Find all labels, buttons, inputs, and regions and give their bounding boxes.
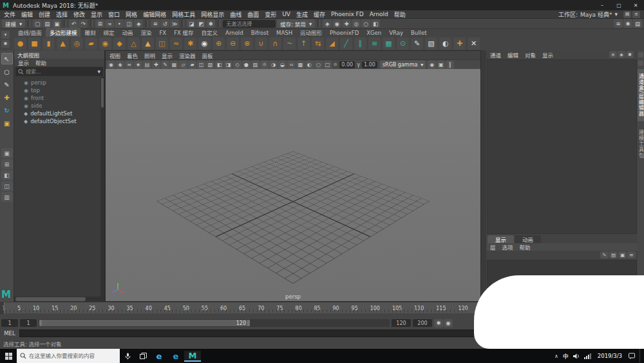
combine-icon[interactable]: ⊕ (213, 37, 225, 50)
menubar-item[interactable]: 选择 (56, 10, 68, 19)
outliner-search[interactable]: ▾ (15, 67, 103, 76)
gamma-field[interactable]: 1.00 (362, 61, 377, 68)
render-frame-icon[interactable]: ◪ (187, 19, 196, 28)
menubar-item[interactable]: Phoenix FD (331, 11, 364, 17)
open-scene-icon[interactable]: ▤ (43, 19, 52, 28)
viewport-menu-item[interactable]: 视图 (109, 52, 120, 59)
poly-pyramid-icon[interactable]: △ (128, 37, 140, 50)
shelf-menu-icon[interactable]: ▾ (1, 31, 10, 39)
close-button[interactable]: ✕ (627, 0, 644, 10)
poly-sphere-icon[interactable]: ● (14, 37, 26, 50)
poly-disc-icon[interactable]: ◉ (99, 37, 111, 50)
shelf-tab[interactable]: FX 缓存 (170, 28, 197, 37)
platonic-solid-icon[interactable]: ◆ (113, 37, 126, 50)
extract-icon[interactable]: ⊗ (241, 37, 253, 50)
menubar-item[interactable]: 曲面 (247, 10, 259, 19)
playback-start-field[interactable]: 1 (1, 319, 18, 327)
camera-based-selection-icon[interactable]: ◎ (352, 19, 361, 28)
quad-draw-icon[interactable]: ▦ (383, 37, 395, 50)
channelbox-menu-item[interactable]: 编辑 (507, 51, 518, 59)
exposure-field[interactable]: 0.00 (339, 61, 355, 68)
shelf-tab[interactable]: Arnold (222, 29, 247, 37)
taskbar-search-box[interactable] (17, 349, 120, 363)
menubar-item[interactable]: 修改 (73, 10, 85, 19)
command-line-input[interactable] (19, 329, 535, 337)
cache-status-select[interactable]: 缓存: 禁用 ▾ (277, 19, 315, 28)
playback-end-field[interactable]: 200 (413, 319, 432, 327)
xray-icon[interactable]: □ (323, 61, 332, 69)
range-slider-bar[interactable]: 120 (39, 320, 250, 326)
grease-pencil-icon[interactable]: ✎ (161, 61, 169, 69)
ie-icon[interactable]: e (167, 351, 184, 361)
hypershade-layout[interactable]: ▥ (1, 192, 13, 202)
save-scene-icon[interactable]: ▣ (52, 19, 61, 28)
rotate-tool[interactable]: ↻ (1, 104, 13, 116)
filter-dropdown-icon[interactable]: ▾ (97, 68, 100, 75)
new-scene-icon[interactable]: ▢ (33, 19, 42, 28)
lock-camera-icon[interactable]: ◈ (116, 61, 124, 69)
network-icon[interactable] (584, 353, 591, 359)
outliner-item[interactable]: ◈ defaultLightSet (14, 110, 104, 117)
menubar-item[interactable]: 曲线 (230, 10, 242, 19)
animation-end-field[interactable]: 120 (392, 319, 411, 327)
menubar-item[interactable]: 编辑网格 (143, 10, 166, 19)
film-gate-icon[interactable]: ▱ (179, 61, 187, 69)
wireframe-icon[interactable]: ◇ (233, 61, 242, 69)
current-frame-marker[interactable] (0, 302, 5, 314)
anti-alias-icon[interactable]: ▩ (296, 61, 305, 69)
outliner-item[interactable]: ◉ side (14, 102, 104, 110)
ipr-render-icon[interactable]: ◩ (196, 19, 205, 28)
shelf-tab[interactable]: 绑定 (99, 28, 118, 37)
shelf-tab[interactable]: FX (155, 29, 170, 37)
show-desktop-button[interactable] (639, 349, 643, 363)
channel-pin-icon[interactable]: ◈ (618, 51, 625, 58)
menubar-item[interactable]: 网格 (126, 10, 137, 19)
outliner-item[interactable]: ◉ persp (14, 79, 104, 86)
channel-display-icon[interactable]: ≡ (609, 51, 617, 58)
sidebar-vertical-tab[interactable]: 通道盒/层编辑器 (638, 69, 644, 121)
shelf-tab[interactable]: 雕刻 (80, 28, 99, 37)
channelbox-menu-item[interactable]: 显示 (542, 51, 553, 59)
cortana-mic-button[interactable] (120, 349, 135, 363)
tool-settings-toggle-icon[interactable]: ✱ (623, 19, 632, 28)
snap-to-point-icon[interactable]: • (115, 19, 124, 28)
symmetry-icon[interactable]: ◧ (371, 19, 380, 28)
viewport-menu-item[interactable]: 着色 (127, 52, 138, 59)
poly-cube-icon[interactable]: ■ (28, 37, 41, 50)
ime-indicator[interactable]: 中 (563, 352, 569, 360)
outliner-item[interactable]: ◉ front (14, 94, 104, 102)
snapshot-icon[interactable]: ▣ (437, 61, 445, 69)
redo-icon[interactable]: ↷ (79, 19, 88, 28)
shelf-tab[interactable]: VRay (385, 29, 407, 37)
layer-menu-item[interactable]: 层 (490, 243, 496, 251)
lasso-tool[interactable]: ○ (1, 66, 13, 77)
resolution-gate-icon[interactable]: ▰ (188, 61, 196, 69)
output-connections-icon[interactable]: ≫ (170, 19, 179, 28)
camera-attributes-icon[interactable]: ≡ (125, 61, 133, 69)
channelbox-menu-item[interactable]: 对象 (525, 51, 536, 59)
selection-field[interactable]: 无激活选择 (223, 20, 276, 28)
channel-list-area[interactable] (487, 59, 637, 234)
shelf-tab[interactable]: XGen (363, 29, 385, 37)
menubar-item[interactable]: 变形 (265, 10, 276, 19)
menubar-item[interactable]: UV (282, 11, 290, 17)
multi-cut-icon[interactable]: ╱ (340, 37, 352, 50)
safe-title-icon[interactable]: ◨ (224, 61, 232, 69)
poly-cone-icon[interactable]: ▲ (57, 37, 69, 50)
snap-to-plane-icon[interactable]: ◫ (124, 19, 133, 28)
outliner-item[interactable]: ◉ top (14, 86, 104, 94)
menubar-item[interactable]: 文件 (4, 10, 15, 19)
smooth-shade-icon[interactable]: ● (242, 61, 251, 69)
render-settings-icon[interactable]: ✱ (206, 19, 215, 28)
shelf-tab[interactable]: 动画 (118, 28, 137, 37)
poly-plane-icon[interactable]: ▰ (85, 37, 97, 50)
delete-edge-icon[interactable]: ✕ (468, 37, 480, 50)
sculpt-brush-icon[interactable]: ✎ (411, 37, 423, 50)
viewport-menu-item[interactable]: 面板 (202, 52, 213, 59)
menubar-item[interactable]: 创建 (39, 10, 50, 19)
menubar-item[interactable]: 显示 (91, 10, 102, 19)
textured-icon[interactable]: ▨ (251, 61, 260, 69)
create-layer-from-selected-icon[interactable]: ▣ (618, 251, 627, 259)
shelf-tab[interactable]: 曲线/曲面 (14, 28, 46, 37)
outliner-menu-item[interactable]: 帮助 (35, 59, 46, 66)
